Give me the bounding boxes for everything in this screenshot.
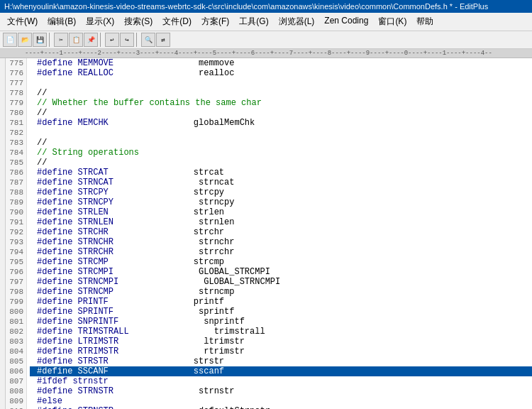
menu-item-w[interactable]: 文件(W) xyxy=(3,14,42,29)
code-text-796: #define STRCMPIGLOBAL_STRCMPI xyxy=(37,267,270,277)
code-text-779: // Whether the buffer contains the same … xyxy=(37,98,262,108)
code-line-784: // String operations xyxy=(30,148,532,158)
code-line-783: // xyxy=(30,138,532,148)
code-text-781: #define MEMCHKglobalMemChk xyxy=(37,118,255,128)
arrow-806: ► xyxy=(30,366,37,376)
menu-item-zencoding[interactable]: Zen Coding xyxy=(320,14,372,29)
line-num-787: 787 xyxy=(6,178,23,187)
line-numbers: 7757767777787797807817827837847857867877… xyxy=(6,58,27,409)
code-line-807: #ifdef strnstr xyxy=(30,376,532,386)
line-indicator xyxy=(0,58,6,409)
code-text-808: #define STRNSTRstrnstr xyxy=(37,386,234,396)
editor-area: 7757767777787797807817827837847857867877… xyxy=(0,58,532,409)
tb-redo[interactable]: ↪ xyxy=(120,33,134,47)
code-line-799: #define PRINTFprintf xyxy=(30,297,532,307)
tb-copy[interactable]: 📋 xyxy=(69,33,83,47)
code-text-807: #ifdef strnstr xyxy=(37,376,109,386)
code-line-781: #define MEMCHKglobalMemChk xyxy=(30,118,532,128)
line-num-806: 806 xyxy=(6,366,23,376)
code-text-775: #define MEMMOVEmemmove xyxy=(37,58,234,68)
code-text-803: #define LTRIMSTRltrimstr xyxy=(37,337,245,347)
line-num-808: 808 xyxy=(6,386,23,396)
menu-item-x[interactable]: 显示(X) xyxy=(82,14,118,29)
tb-sep2 xyxy=(100,33,103,47)
code-line-791: #define STRNLENstrnlen xyxy=(30,217,532,227)
code-line-805: #define STRSTRstrstr xyxy=(30,356,532,366)
tb-new[interactable]: 📄 xyxy=(3,33,17,47)
menu-item-b[interactable]: 编辑(B) xyxy=(43,14,80,29)
code-text-785: // xyxy=(37,158,47,168)
code-text-776: #define REALLOCrealloc xyxy=(37,68,234,78)
line-num-797: 797 xyxy=(6,277,23,287)
code-text-799: #define PRINTFprintf xyxy=(37,297,224,307)
code-text-802: #define TRIMSTRALLtrimstrall xyxy=(37,327,265,337)
code-line-795: #define STRCMPstrcmp xyxy=(30,257,532,267)
code-line-797: #define STRNCMPIGLOBAL_STRNCMPI xyxy=(30,277,532,287)
menu-item-s[interactable]: 搜索(S) xyxy=(120,14,157,29)
code-text-809: #else xyxy=(37,396,62,406)
line-num-782: 782 xyxy=(6,128,23,138)
code-text-795: #define STRCMPstrcmp xyxy=(37,257,224,267)
code-text-801: #define SNPRINTFsnprintf xyxy=(37,317,245,327)
code-line-803: #define LTRIMSTRltrimstr xyxy=(30,337,532,347)
code-text-793: #define STRNCHRstrnchr xyxy=(37,237,234,247)
line-num-790: 790 xyxy=(6,207,23,217)
line-num-786: 786 xyxy=(6,168,23,178)
code-text-784: // String operations xyxy=(37,148,139,158)
line-num-779: 779 xyxy=(6,98,23,108)
ruler: ----+----1----+----2----+----3----+----4… xyxy=(0,49,532,58)
line-num-781: 781 xyxy=(6,118,23,128)
menu-item-k[interactable]: 窗口(K) xyxy=(374,14,411,29)
code-text-805: #define STRSTRstrstr xyxy=(37,356,224,366)
code-line-809: #else xyxy=(30,396,532,406)
code-line-778: // xyxy=(30,88,532,98)
line-num-793: 793 xyxy=(6,237,23,247)
code-text-778: // xyxy=(37,88,47,98)
code-line-776: #define REALLOCrealloc xyxy=(30,68,532,78)
menu-item-[interactable]: 帮助 xyxy=(412,14,438,29)
line-num-800: 800 xyxy=(6,307,23,317)
code-text-780: // xyxy=(37,108,47,118)
menu-item-l[interactable]: 浏览器(L) xyxy=(275,14,319,29)
line-num-799: 799 xyxy=(6,297,23,307)
tb-replace[interactable]: ⇄ xyxy=(156,33,170,47)
code-content[interactable]: #define MEMMOVEmemmove#define REALLOCrea… xyxy=(27,58,532,409)
code-text-804: #define RTRIMSTRrtrimstr xyxy=(37,347,245,356)
line-num-785: 785 xyxy=(6,158,23,168)
code-line-794: #define STRRCHRstrrchr xyxy=(30,247,532,257)
code-text-810: #define STRNSTRdefaultStrnstr xyxy=(37,406,270,409)
line-num-809: 809 xyxy=(6,396,23,406)
line-num-778: 778 xyxy=(6,88,23,98)
tb-paste[interactable]: 📌 xyxy=(84,33,98,47)
line-num-775: 775 xyxy=(6,58,23,68)
code-line-804: #define RTRIMSTRrtrimstr xyxy=(30,347,532,356)
title-bar: H:\whenyoulink\amazon-kinesis-video-stre… xyxy=(0,0,532,13)
tb-open[interactable]: 📂 xyxy=(18,33,32,47)
code-line-779: // Whether the buffer contains the same … xyxy=(30,98,532,108)
code-text-791: #define STRNLENstrnlen xyxy=(37,217,234,227)
line-num-807: 807 xyxy=(6,376,23,386)
menu-item-d[interactable]: 文件(D) xyxy=(158,14,196,29)
line-num-804: 804 xyxy=(6,347,23,356)
title-text: H:\whenyoulink\amazon-kinesis-video-stre… xyxy=(4,2,488,11)
tb-save[interactable]: 💾 xyxy=(33,33,47,47)
code-line-775: #define MEMMOVEmemmove xyxy=(30,58,532,68)
toolbar: 📄 📂 💾 ✂ 📋 📌 ↩ ↪ 🔍 ⇄ xyxy=(0,31,532,49)
line-num-784: 784 xyxy=(6,148,23,158)
tb-cut[interactable]: ✂ xyxy=(54,33,68,47)
code-text-792: #define STRCHRstrchr xyxy=(37,227,224,237)
code-line-789: #define STRNCPYstrncpy xyxy=(30,197,532,207)
line-num-789: 789 xyxy=(6,197,23,207)
line-num-805: 805 xyxy=(6,356,23,366)
code-line-785: // xyxy=(30,158,532,168)
tb-undo[interactable]: ↩ xyxy=(105,33,119,47)
code-text-788: #define STRCPYstrcpy xyxy=(37,187,224,197)
menu-item-g[interactable]: 工具(G) xyxy=(235,14,272,29)
menu-item-f[interactable]: 方案(F) xyxy=(197,14,233,29)
code-line-806: ►#define SSCANFsscanf xyxy=(30,366,532,376)
code-line-808: #define STRNSTRstrnstr xyxy=(30,386,532,396)
code-line-777 xyxy=(30,78,532,88)
tb-search[interactable]: 🔍 xyxy=(141,33,155,47)
line-num-795: 795 xyxy=(6,257,23,267)
code-line-798: #define STRNCMPstrncmp xyxy=(30,287,532,297)
